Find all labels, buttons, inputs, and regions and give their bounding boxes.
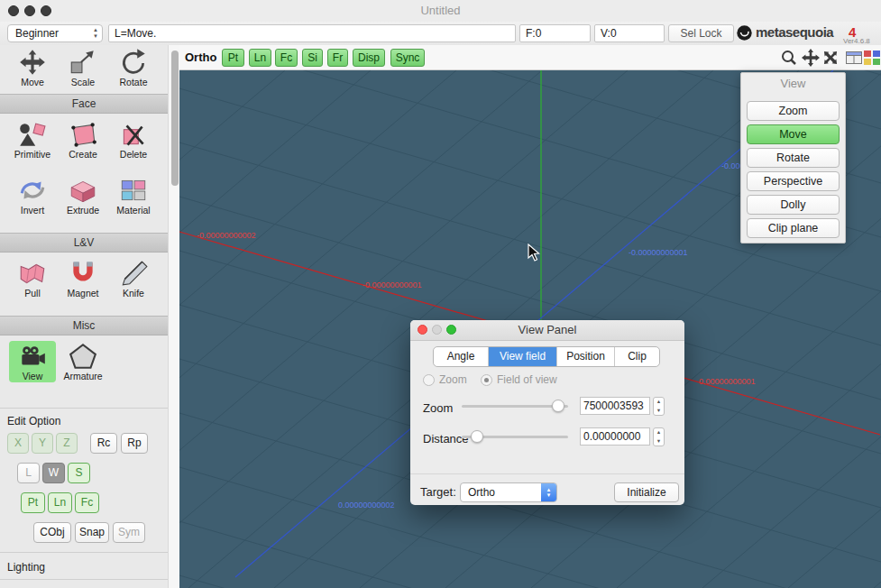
distance-stepper[interactable]: ▲ ▼ — [653, 427, 665, 446]
axis-coordinate-label: 0.00000000001 — [699, 377, 756, 386]
tool-label: Invert — [21, 205, 44, 216]
view-clip-plane-button[interactable]: Clip plane — [747, 218, 840, 238]
tab-angle[interactable]: Angle — [434, 347, 488, 366]
sidebar-scrollbar[interactable] — [168, 45, 179, 588]
axis-z-toggle[interactable]: Z — [56, 433, 78, 454]
main-toolbar: Beginner ▲▼ L=Move. F:0 V:0 Sel Lock met… — [0, 22, 881, 46]
view-dolly-button[interactable]: Dolly — [747, 195, 840, 215]
disp-toggle[interactable]: Disp — [353, 49, 385, 67]
zoom-icon[interactable] — [780, 49, 798, 67]
zoom-stepper[interactable]: ▲ ▼ — [653, 397, 665, 416]
top-tool-row: Move Scale Rotate — [9, 47, 164, 88]
point-toggle[interactable]: Pt — [21, 492, 45, 513]
titlebar: Untitled — [0, 0, 881, 23]
tab-position[interactable]: Position — [556, 347, 614, 366]
tool-knife[interactable]: Knife — [110, 258, 157, 299]
tool-label: Armature — [63, 371, 102, 381]
face-tool-row-1: Primitive Create Delete — [9, 119, 164, 161]
tool-move[interactable]: Move — [9, 47, 56, 88]
stepper-up-icon[interactable]: ▲ — [654, 428, 664, 437]
edit-option-title: Edit Option — [7, 415, 60, 427]
face-toggle[interactable]: Fc — [75, 492, 99, 513]
material-palette-icon[interactable] — [863, 49, 881, 67]
line-toggle[interactable]: Ln — [48, 492, 72, 513]
view-toolbar: Ortho Pt Ln Fc Si Fr Disp Sync — [179, 45, 881, 70]
pan-icon[interactable] — [802, 49, 820, 67]
distance-value-field[interactable] — [580, 427, 650, 446]
screen-toggle[interactable]: S — [68, 463, 90, 483]
divider — [0, 552, 168, 553]
target-dropdown[interactable]: Ortho ▲▼ — [460, 482, 557, 502]
view-rotate-button[interactable]: Rotate — [747, 148, 840, 168]
local-toggle[interactable]: L — [17, 463, 40, 483]
view-panel-dialog: View Panel Angle View field Position Cli… — [410, 320, 684, 505]
stepper-up-icon[interactable]: ▲ — [654, 398, 664, 407]
mode-select-value: Beginner — [15, 27, 59, 40]
tool-label: Material — [116, 205, 150, 216]
stepper-down-icon[interactable]: ▼ — [654, 437, 664, 446]
tool-delete[interactable]: Delete — [110, 119, 157, 161]
fr-toggle[interactable]: Fr — [327, 49, 348, 67]
axis-x-toggle[interactable]: X — [7, 433, 29, 454]
armature-icon — [68, 343, 98, 370]
misc-tool-row: View Armature — [9, 341, 164, 382]
pull-icon — [17, 260, 48, 287]
tool-invert[interactable]: Invert — [9, 175, 56, 216]
dialog-titlebar[interactable]: View Panel — [410, 320, 684, 341]
slider-knob[interactable] — [552, 400, 564, 412]
rc-button[interactable]: Rc — [90, 433, 117, 454]
sym-button[interactable]: Sym — [113, 522, 145, 543]
axis-y-toggle[interactable]: Y — [32, 433, 53, 454]
distance-slider[interactable] — [462, 429, 568, 444]
lighting-title: Lighting — [7, 561, 45, 574]
target-dropdown-value: Ortho — [461, 486, 541, 499]
tool-extrude[interactable]: Extrude — [60, 175, 106, 216]
zoom-slider[interactable] — [462, 399, 568, 413]
face-count-field: F:0 — [519, 24, 591, 42]
ln-toggle[interactable]: Ln — [249, 49, 271, 67]
orbit-icon[interactable] — [821, 49, 840, 67]
tool-primitive[interactable]: Primitive — [9, 119, 56, 161]
chevron-updown-icon: ▲▼ — [541, 483, 556, 501]
world-toggle[interactable]: W — [42, 463, 65, 483]
view-move-button[interactable]: Move — [747, 124, 840, 144]
hint-field: L=Move. — [108, 24, 516, 42]
tab-view-field[interactable]: View field — [488, 347, 556, 366]
rp-button[interactable]: Rp — [121, 433, 148, 454]
tool-armature[interactable]: Armature — [60, 341, 106, 382]
fc-toggle[interactable]: Fc — [275, 49, 298, 67]
tool-pull[interactable]: Pull — [9, 258, 56, 299]
field-of-view-radio[interactable]: Field of view — [481, 373, 557, 386]
tool-label: Magnet — [67, 288, 98, 299]
tab-clip[interactable]: Clip — [614, 347, 659, 366]
tool-magnet[interactable]: Magnet — [60, 258, 106, 299]
tool-scale[interactable]: Scale — [60, 47, 106, 88]
sidebar-scrollbar-thumb[interactable] — [171, 51, 179, 186]
sel-lock-button[interactable]: Sel Lock — [668, 24, 734, 42]
tool-label: Pull — [24, 288, 41, 299]
tool-create[interactable]: Create — [60, 119, 106, 161]
view-panel-title: View — [741, 77, 845, 90]
view-zoom-button[interactable]: Zoom — [747, 101, 840, 121]
mode-select[interactable]: Beginner ▲▼ — [7, 24, 103, 42]
initialize-button[interactable]: Initialize — [614, 482, 679, 502]
slider-knob[interactable] — [471, 430, 483, 443]
snap-button[interactable]: Snap — [75, 522, 109, 543]
zoom-value-field[interactable] — [580, 397, 650, 415]
view-perspective-button[interactable]: Perspective — [747, 171, 840, 191]
tool-material[interactable]: Material — [110, 175, 157, 216]
si-toggle[interactable]: Si — [302, 49, 323, 67]
sync-toggle[interactable]: Sync — [390, 49, 425, 67]
scale-icon — [68, 49, 98, 76]
tool-label: Knife — [123, 288, 144, 299]
zoom-radio[interactable]: Zoom — [423, 373, 467, 386]
pt-toggle[interactable]: Pt — [222, 49, 244, 67]
stepper-down-icon[interactable]: ▼ — [654, 407, 664, 416]
tool-view[interactable]: View — [9, 341, 56, 382]
window-title: Untitled — [0, 4, 881, 17]
tool-rotate[interactable]: Rotate — [110, 47, 157, 88]
tool-label: Move — [21, 77, 44, 87]
view-layout-icon[interactable] — [845, 49, 863, 67]
mouse-cursor — [528, 243, 540, 262]
cobj-button[interactable]: CObj — [33, 522, 71, 543]
